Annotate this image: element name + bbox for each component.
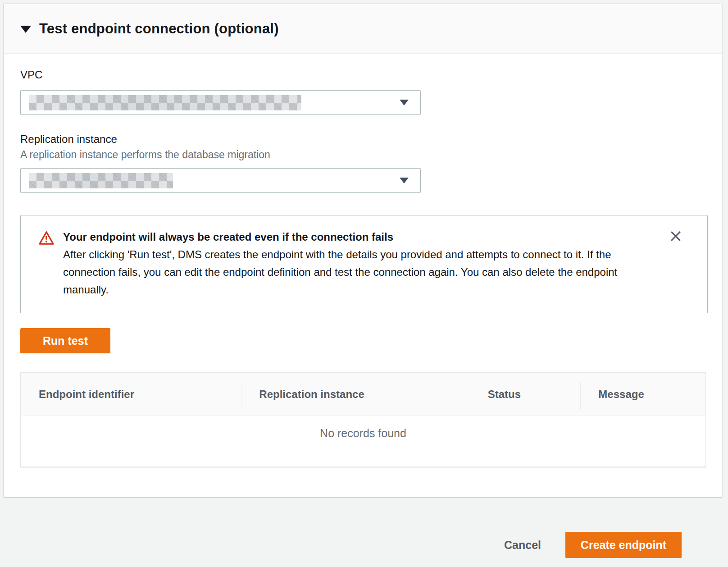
chevron-down-icon — [400, 100, 409, 105]
test-endpoint-connection-card: Test endpoint connection (optional) VPC … — [4, 4, 722, 497]
table-header-row: Endpoint identifier Replication instance… — [21, 373, 705, 416]
section-title: Test endpoint connection (optional) — [39, 21, 279, 37]
replication-instance-redacted-value — [29, 173, 173, 188]
column-header-replication-instance: Replication instance — [241, 388, 469, 401]
page: Test endpoint connection (optional) VPC … — [0, 0, 728, 567]
vpc-label: VPC — [20, 69, 705, 81]
column-header-message: Message — [580, 388, 705, 401]
form-footer: Cancel Create endpoint — [500, 532, 682, 558]
alert-title: Your endpoint will always be created eve… — [63, 228, 646, 246]
chevron-down-icon — [400, 178, 409, 183]
column-header-status: Status — [470, 388, 581, 401]
close-icon[interactable] — [668, 228, 684, 244]
replication-instance-label: Replication instance — [20, 133, 705, 146]
column-header-endpoint-identifier: Endpoint identifier — [21, 388, 241, 401]
warning-triangle-icon — [39, 230, 54, 246]
replication-instance-select[interactable] — [20, 168, 421, 193]
alert-content: Your endpoint will always be created eve… — [63, 228, 646, 298]
table-body: No records found — [21, 416, 705, 466]
create-endpoint-button[interactable]: Create endpoint — [565, 532, 682, 558]
empty-table-message: No records found — [320, 427, 406, 440]
vpc-select[interactable] — [20, 90, 421, 115]
vpc-redacted-value — [29, 95, 301, 110]
replication-instance-description: A replication instance performs the data… — [20, 149, 705, 161]
section-header-test-endpoint-connection[interactable]: Test endpoint connection (optional) — [4, 4, 722, 54]
section-content: VPC Replication instance A replication i… — [4, 69, 722, 467]
run-test-button[interactable]: Run test — [20, 328, 110, 353]
alert-body: After clicking 'Run test', DMS creates t… — [63, 246, 646, 298]
cancel-button[interactable]: Cancel — [500, 539, 545, 552]
triangle-down-icon — [20, 26, 31, 33]
test-results-table: Endpoint identifier Replication instance… — [20, 372, 706, 467]
warning-alert: Your endpoint will always be created eve… — [20, 215, 708, 313]
